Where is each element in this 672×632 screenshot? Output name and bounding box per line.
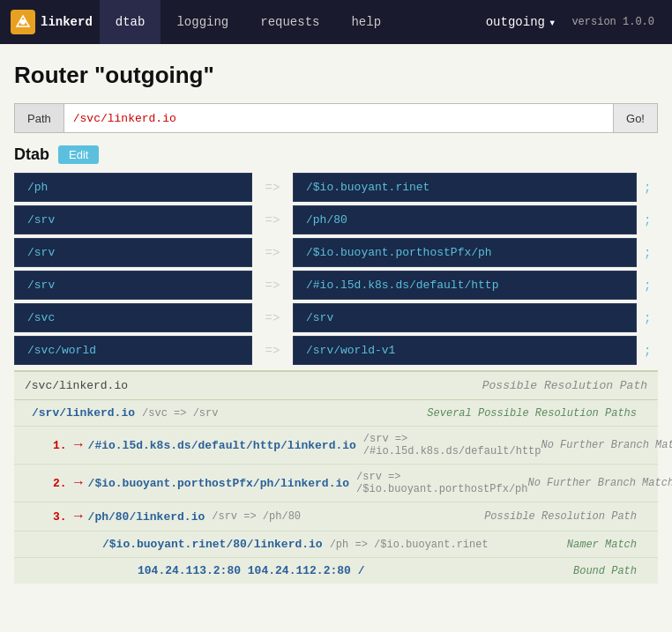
dtab-arrow-4: => [259, 311, 286, 325]
res-rule-1: /srv => /#io.l5d.k8s.ds/default/http [363, 433, 541, 457]
dtab-semi-4: ; [644, 311, 658, 325]
resolution-numbered-3: 3. → /ph/80/linkerd.io /srv => /ph/80 Po… [14, 502, 658, 532]
logo-text: linkerd [41, 15, 93, 29]
namer-rule: /ph => /$io.buoyant.rinet [330, 539, 489, 551]
dtab-semi-1: ; [644, 213, 658, 227]
dtab-left-4: /svc [14, 303, 252, 332]
dtab-arrow-1: => [259, 213, 286, 227]
dtab-semi-2: ; [644, 246, 658, 260]
logo-icon [11, 10, 35, 34]
srv-linkerd-rule: /svc => /srv [142, 407, 218, 420]
res-status-1: No Further Branch Matches [541, 439, 673, 451]
dtab-row-3: /srv => /#io.l5d.k8s.ds/default/http ; [14, 271, 658, 300]
namer-path: /$io.buoyant.rinet/80/linkerd.io [102, 538, 323, 551]
dtab-right-1: /ph/80 [293, 205, 637, 234]
row-num-2: 2. [53, 477, 74, 490]
main-content: Router "outgoing" Path /svc/linkerd.io G… [0, 44, 672, 584]
res-status-3: Possible Resolution Path [484, 510, 647, 523]
resolution-subrow: /srv/linkerd.io /svc => /srv Several Pos… [14, 400, 658, 427]
resolution-numbered-1: 1. → /#io.l5d.k8s.ds/default/http/linker… [14, 427, 658, 465]
dtab-row-5: /svc/world => /srv/world-v1 ; [14, 336, 658, 365]
res-path-1: /#io.l5d.k8s.ds/default/http/linkerd.io [88, 439, 356, 452]
dtab-right-2: /$io.buoyant.porthostPfx/ph [293, 238, 637, 267]
dtab-right-3: /#io.l5d.k8s.ds/default/http [293, 271, 637, 300]
nav-tab-requests[interactable]: requests [244, 0, 335, 44]
resolution-numbered-2: 2. → /$io.buoyant.porthostPfx/ph/linkerd… [14, 465, 658, 502]
router-title: Router "outgoing" [14, 62, 658, 89]
dtab-right-4: /srv [293, 303, 637, 332]
nav-tab-dtab[interactable]: dtab [100, 0, 161, 44]
bound-path: 104.24.113.2:80 104.24.112.2:80 / [138, 564, 364, 577]
path-input-display[interactable]: /svc/linkerd.io [63, 103, 613, 133]
row-num-1: 1. [53, 439, 74, 452]
srv-linkerd-path: /srv/linkerd.io [32, 406, 135, 420]
dtab-semi-5: ; [644, 344, 658, 358]
svg-point-1 [20, 19, 26, 25]
namer-row: /$io.buoyant.rinet/80/linkerd.io /ph => … [14, 532, 658, 558]
dtab-row-0: /ph => /$io.buoyant.rinet ; [14, 173, 658, 202]
dtab-right-5: /srv/world-v1 [293, 336, 637, 365]
resolution-path-label: Possible Resolution Path [482, 379, 647, 392]
dtab-row-2: /srv => /$io.buoyant.porthostPfx/ph ; [14, 238, 658, 267]
dtab-left-0: /ph [14, 173, 252, 202]
edit-button[interactable]: Edit [58, 145, 99, 164]
bound-row: 104.24.113.2:80 104.24.112.2:80 / Bound … [14, 558, 658, 584]
router-dropdown[interactable]: outgoing ▾ [477, 15, 565, 30]
arrow-icon-1: → [74, 437, 83, 453]
go-button[interactable]: Go! [613, 103, 658, 133]
dtab-arrow-3: => [259, 279, 286, 293]
dtab-left-1: /srv [14, 205, 252, 234]
arrow-icon-3: → [74, 509, 83, 524]
logo[interactable]: linkerd [11, 10, 93, 34]
dtab-row-4: /svc => /srv ; [14, 303, 658, 332]
res-path-3: /ph/80/linkerd.io [88, 510, 205, 524]
row-num-3: 3. [53, 510, 74, 524]
namer-status: Namer Match [567, 539, 647, 551]
resolution-section: /svc/linkerd.io Possible Resolution Path… [14, 370, 658, 584]
nav-tab-help[interactable]: help [335, 0, 397, 44]
res-status-2: No Further Branch Matches [528, 477, 673, 489]
dtab-arrow-5: => [259, 344, 286, 358]
dtab-left-2: /srv [14, 238, 252, 267]
dtab-arrow-2: => [259, 246, 286, 260]
bound-status: Bound Path [573, 565, 647, 577]
dtab-left-5: /svc/world [14, 336, 252, 365]
arrow-icon-2: → [74, 475, 83, 491]
res-rule-2: /srv => /$io.buoyant.porthostPfx/ph [356, 471, 527, 495]
path-bar: Path /svc/linkerd.io Go! [14, 103, 658, 133]
chevron-down-icon: ▾ [549, 15, 556, 30]
dtab-header: Dtab Edit [14, 145, 658, 164]
dtab-row-1: /srv => /ph/80 ; [14, 205, 658, 234]
nav-version: version 1.0.0 [564, 16, 661, 28]
path-value: /svc/linkerd.io [73, 112, 176, 125]
srv-linkerd-status: Several Possible Resolution Paths [427, 407, 647, 420]
dtab-table: /ph => /$io.buoyant.rinet ; /srv => /ph/… [14, 173, 658, 365]
dtab-semi-3: ; [644, 279, 658, 293]
nav-tab-logging[interactable]: logging [161, 0, 244, 44]
dtab-right-0: /$io.buoyant.rinet [293, 173, 637, 202]
dtab-semi-0: ; [644, 181, 658, 195]
path-label: Path [14, 103, 63, 133]
dtab-arrow-0: => [259, 181, 286, 195]
dtab-title: Dtab [14, 145, 49, 164]
res-path-2: /$io.buoyant.porthostPfx/ph/linkerd.io [88, 477, 349, 490]
resolution-path: /svc/linkerd.io [25, 379, 128, 392]
res-rule-3: /srv => /ph/80 [212, 510, 301, 523]
dtab-left-3: /srv [14, 271, 252, 300]
resolution-header: /svc/linkerd.io Possible Resolution Path [14, 372, 658, 400]
top-nav: linkerd dtab logging requests help outgo… [0, 0, 672, 44]
